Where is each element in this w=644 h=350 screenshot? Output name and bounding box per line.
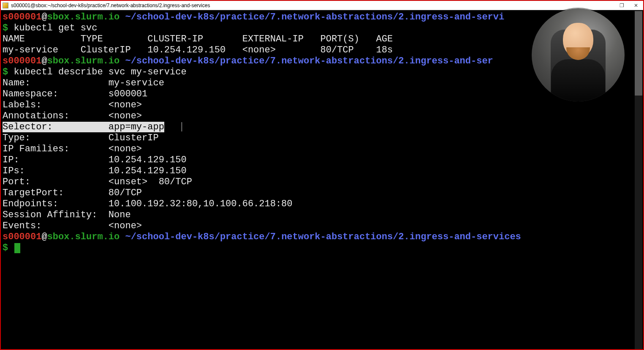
kv-label: IP: [3,155,109,165]
block-cursor [14,243,20,253]
kv-label: Labels: [3,100,109,110]
text-cursor [182,122,182,131]
command-text: kubectl describe svc my-service [14,67,186,77]
kv-label: Endpoints: [3,199,109,209]
prompt-symbol: $ [3,243,8,253]
prompt-at: @ [41,232,47,242]
kv-value: 80/TCP [109,188,142,198]
prompt-host: sbox.slurm.io [47,232,120,242]
kv-value: ClusterIP [109,133,159,143]
kv-label: IPs: [3,166,109,176]
app-icon [3,3,8,8]
prompt-symbol: $ [3,67,8,77]
prompt-at: @ [41,56,47,66]
kv-value: s000001 [109,89,147,99]
kv-label: Port: [3,177,109,187]
webcam-overlay [532,8,625,101]
kv-value: app=my-app [109,122,164,132]
kv-value: 10.254.129.150 [109,166,187,176]
kv-label: Name: [3,78,109,88]
prompt-path: ~/school-dev-k8s/practice/7.network-abst… [125,232,521,242]
kv-value: <none> [109,221,142,231]
kv-label: Events: [3,221,109,231]
kv-label: Session Affinity: [3,210,109,220]
window-restore-button[interactable]: ❐ [616,3,627,8]
command-text: kubectl get svc [14,23,97,33]
prompt-path: ~/school-dev-k8s/practice/7.network-abst… [125,12,504,22]
kv-label: Annotations: [3,111,109,121]
kv-label: TargetPort: [3,188,109,198]
kv-value: 10.100.192.32:80,10.100.66.218:80 [109,199,293,209]
prompt-symbol: $ [3,23,8,33]
scrollbar-thumb[interactable] [635,11,642,96]
kv-value: my-service [109,78,164,88]
kv-value: 10.254.129.150 [109,155,187,165]
window-close-button[interactable]: ✕ [630,3,641,8]
kv-value: <none> [109,111,142,121]
kv-value: None [109,210,131,220]
kv-value: <none> [109,100,142,110]
prompt-host: sbox.slurm.io [47,56,120,66]
prompt-path: ~/school-dev-k8s/practice/7.network-abst… [125,56,493,66]
kv-label: Selector: [3,122,109,132]
svc-table-header: NAME TYPE CLUSTER-IP EXTERNAL-IP PORT(S)… [3,34,393,44]
kv-label: Namespace: [3,89,109,99]
kv-value: <none> [109,144,142,154]
svc-table-row: my-service ClusterIP 10.254.129.150 <non… [3,45,393,55]
vertical-scrollbar[interactable] [635,11,642,349]
kv-label: IP Families: [3,144,109,154]
window-title: s000001@sbox:~/school-dev-k8s/practice/7… [11,3,613,8]
prompt-at: @ [41,12,47,22]
prompt-user: s000001 [3,56,41,66]
kv-label: Type: [3,133,109,143]
prompt-user: s000001 [3,12,41,22]
prompt-host: sbox.slurm.io [47,12,120,22]
prompt-user: s000001 [3,232,41,242]
kv-value: <unset> 80/TCP [109,177,192,187]
window-titlebar: s000001@sbox:~/school-dev-k8s/practice/7… [1,1,643,10]
